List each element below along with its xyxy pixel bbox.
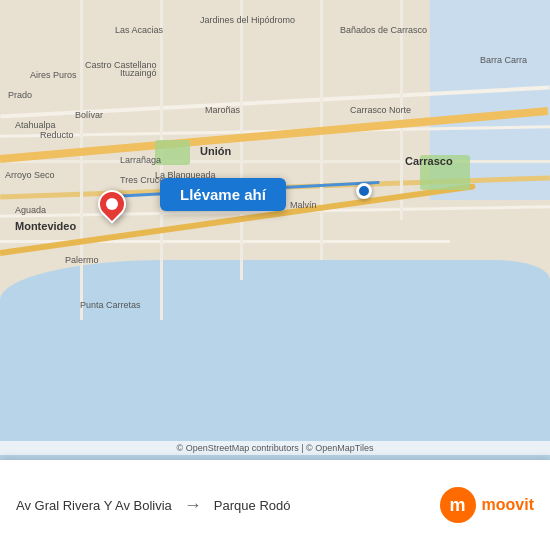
label-reducto: Reducto	[40, 130, 74, 140]
label-prado: Prado	[8, 90, 32, 100]
destination-pin	[98, 190, 126, 226]
moovit-icon: m	[440, 487, 476, 523]
label-malvin: Malvín	[290, 200, 317, 210]
llevame-button[interactable]: Llévame ahí	[160, 178, 286, 211]
label-carrasco: Carrasco	[405, 155, 453, 167]
destination-text: Parque Rodó	[214, 498, 291, 513]
map-container[interactable]: Aires Puros Prado Atahualpa Bolívar Ituz…	[0, 0, 550, 460]
map-attribution: © OpenStreetMap contributors | © OpenMap…	[0, 441, 550, 455]
label-bañados: Bañados de Carrasco	[340, 25, 427, 35]
moovit-name: moovit	[482, 496, 534, 514]
bottom-bar: Av Gral Rivera Y Av Bolivia → Parque Rod…	[0, 460, 550, 550]
label-castro: Castro Castellano	[85, 60, 157, 70]
origin-dot	[356, 183, 372, 199]
label-palermo: Palermo	[65, 255, 99, 265]
label-jardines: Jardines del Hipódromo	[200, 15, 295, 25]
origin-marker	[356, 183, 372, 199]
label-atahualpa: Atahualpa	[15, 120, 56, 130]
label-arroyo-seco: Arroyo Seco	[5, 170, 55, 180]
label-aires-puros: Aires Puros	[30, 70, 77, 80]
label-punta-carretas: Punta Carretas	[80, 300, 141, 310]
label-union: Unión	[200, 145, 231, 157]
label-larrañaga: Larrañaga	[120, 155, 161, 165]
map-background	[0, 0, 550, 460]
street-v1	[80, 0, 83, 320]
pin-body	[92, 184, 132, 224]
label-barra-carra: Barra Carra	[480, 55, 527, 65]
route-info: Av Gral Rivera Y Av Bolivia → Parque Rod…	[16, 495, 440, 516]
moovit-logo: m moovit	[440, 487, 534, 523]
label-maronas: Maroñas	[205, 105, 240, 115]
pin-inner	[104, 196, 121, 213]
label-las-acacias: Las Acacias	[115, 25, 163, 35]
destination-marker	[98, 190, 126, 226]
label-bolivar: Bolívar	[75, 110, 103, 120]
origin-text: Av Gral Rivera Y Av Bolivia	[16, 498, 172, 513]
route-arrow-icon: →	[184, 495, 202, 516]
label-aguada: Aguada	[15, 205, 46, 215]
label-montevideo: Montevideo	[15, 220, 76, 232]
label-carrasco-norte: Carrasco Norte	[350, 105, 411, 115]
